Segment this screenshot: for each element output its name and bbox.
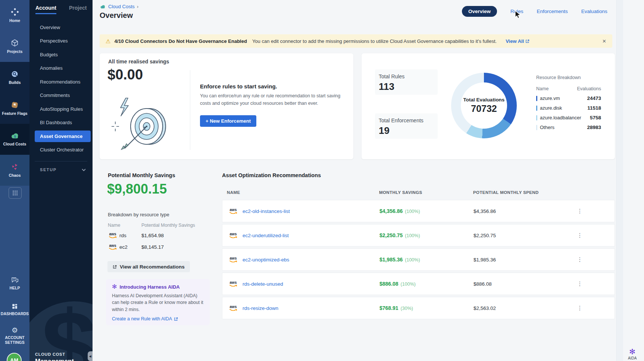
recommendation-link[interactable]: ec2-underutilized-list: [243, 233, 289, 238]
view-all-recommendations-button[interactable]: View all Recommendations: [107, 261, 190, 272]
user-avatar[interactable]: AM: [7, 353, 22, 361]
rail-item-chaos[interactable]: Chaos: [0, 155, 29, 186]
sidebar-collapse-button[interactable]: ◀: [88, 351, 93, 361]
legend-color-bar: [536, 96, 537, 101]
recommendation-link[interactable]: rds-resize-down: [243, 305, 278, 311]
rail-item-feature-flags[interactable]: Feature Flags: [0, 93, 29, 124]
svg-text:$: $: [14, 135, 16, 138]
potential-spend-value: $886.08: [473, 281, 492, 287]
module-switcher-button[interactable]: [9, 187, 22, 199]
svg-text:aws: aws: [109, 232, 116, 236]
aws-icon: aws: [228, 231, 238, 239]
create-rule-with-aida-link[interactable]: Create a new Rule with AIDA: [112, 316, 204, 321]
sidebar-item-commitments[interactable]: Commitments: [29, 89, 93, 103]
scope-tab-account[interactable]: Account: [35, 5, 56, 14]
savings-breakdown-table: Name Potential Monthly Savings awsrds$1,…: [108, 223, 201, 251]
row-menu-button[interactable]: ⋮: [576, 305, 584, 311]
scrollbar-track[interactable]: [616, 0, 623, 361]
warning-icon: ⚠: [106, 38, 110, 44]
row-menu-button[interactable]: ⋮: [576, 208, 584, 214]
close-icon[interactable]: ✕: [602, 38, 606, 44]
new-enforcement-button[interactable]: + New Enforcement: [200, 115, 256, 127]
aida-flower-icon: ✻: [629, 348, 635, 355]
legend-value: 28983: [587, 125, 601, 130]
rail-item-home[interactable]: Home: [0, 0, 29, 31]
sidebar-item-budgets[interactable]: Budgets: [29, 48, 93, 62]
potential-savings-title: Potential Monthly Savings: [108, 172, 175, 178]
potential-savings-value: $9,800.15: [107, 181, 167, 197]
row-menu-button[interactable]: ⋮: [576, 256, 584, 263]
monthly-savings-value: $2,250.75(100%): [379, 232, 420, 238]
recommendation-link[interactable]: ec2-old-instances-list: [243, 208, 290, 214]
tab-rules[interactable]: Rules: [510, 9, 523, 14]
svg-text:aws: aws: [230, 280, 237, 285]
sidebar-item-cluster-orchestrator[interactable]: Cluster Orchestrator: [29, 143, 93, 157]
tab-overview[interactable]: Overview: [462, 6, 497, 17]
potential-spend-value: $2,250.75: [473, 233, 496, 238]
sidebar-item-perspectives[interactable]: Perspectives: [29, 34, 93, 48]
top-navigation: OverviewRulesEnforcementsEvaluations: [462, 6, 607, 17]
recommendation-row: awsec2-old-instances-list$4,356.86(100%)…: [222, 200, 615, 222]
sidebar-item-bi-dashboards[interactable]: BI Dashboards: [29, 116, 93, 130]
legend-row-azure-vm: azure.vm24473: [536, 95, 601, 101]
aws-icon: aws: [108, 243, 118, 251]
grid-icon: [12, 190, 18, 196]
governance-warning-banner: ⚠ 4/10 Cloud Connectors Do Not Have Gove…: [100, 34, 612, 48]
legend-rows: azure.vm24473azure.disk11518azure.loadba…: [536, 95, 601, 130]
monthly-savings-value: $4,356.86(100%): [379, 208, 420, 214]
aida-floating-button[interactable]: ✻ AIDA: [628, 348, 637, 360]
recommendations-title: Asset Optimization Recommendations: [222, 172, 321, 178]
savings-breakdown-row: awsrds$1,654.98: [108, 231, 201, 239]
donut-center: Total Evaluations 70732: [461, 82, 507, 129]
card-divider: [190, 70, 190, 150]
sidebar-item-recommendations[interactable]: Recommendations: [29, 75, 93, 89]
scope-tab-project[interactable]: Project: [69, 5, 87, 14]
rail-item-help[interactable]: ? HELP: [0, 277, 29, 291]
savings-breakdown-row: awsec2$8,145.17: [108, 243, 201, 251]
help-chat-icon: ?: [11, 277, 19, 284]
breakdown-subtitle: Breakdown by resource type: [108, 212, 169, 217]
total-enforcements-tile: Total Enforcements 19: [375, 113, 438, 139]
legend-name: azure.vm: [540, 95, 560, 101]
recommendation-row: awsec2-underutilized-list$2,250.75(100%)…: [222, 224, 615, 247]
sidebar-item-overview[interactable]: Overview: [29, 21, 93, 34]
rail-item-account-settings[interactable]: ⚙ ACCOUNT SETTINGS: [0, 327, 29, 345]
projects-cube-icon: [10, 39, 19, 47]
chevron-down-icon: [82, 169, 86, 171]
feature-flags-icon: [10, 101, 19, 109]
rail-item-cloud-costs[interactable]: $ Cloud Costs: [0, 124, 29, 155]
chaos-icon: [10, 163, 19, 171]
aida-promo-card: ✻ Introducing Harness AIDA Harness AI De…: [106, 279, 210, 325]
sidebar-item-anomalies[interactable]: Anomalies: [29, 62, 93, 75]
legend-color-bar: [536, 106, 537, 111]
breadcrumb-cloud-costs[interactable]: Cloud Costs: [108, 4, 135, 9]
potential-spend-value: $4,356.86: [473, 208, 496, 214]
resource-name: ec2: [119, 244, 128, 250]
tab-enforcements[interactable]: Enforcements: [537, 9, 568, 14]
recommendation-link[interactable]: ec2-unoptimized-ebs: [243, 257, 289, 263]
banner-title: 4/10 Cloud Connectors Do Not Have Govern…: [114, 38, 247, 44]
dashboards-icon: [11, 303, 18, 310]
enforce-cta-title: Enforce rules to start saving.: [200, 83, 277, 90]
total-enforcements-value: 19: [379, 125, 434, 136]
tab-evaluations[interactable]: Evaluations: [581, 9, 607, 14]
svg-text:aws: aws: [230, 256, 237, 260]
row-menu-button[interactable]: ⋮: [576, 280, 584, 287]
cloud-costs-icon: $: [10, 132, 20, 140]
recommendation-row: awsec2-unoptimized-ebs$1,985.36(100%)$1,…: [222, 248, 615, 271]
potential-spend-value: $1,985.36: [473, 257, 496, 263]
rail-item-builds[interactable]: Builds: [0, 62, 29, 93]
rail-item-dashboards[interactable]: DASHBOARDS: [0, 303, 29, 316]
legend-value: 24473: [587, 95, 601, 101]
rail-item-projects[interactable]: Projects: [0, 31, 29, 62]
legend-name: azure.disk: [540, 105, 562, 111]
monthly-savings-column-header: MONTHLY SAVINGS: [379, 190, 422, 195]
recommendations-header-row: NAME MONTHLY SAVINGS POTENTIAL MONTHLY S…: [222, 190, 615, 198]
sidebar-item-asset-governance[interactable]: Asset Governance: [35, 131, 91, 142]
row-menu-button[interactable]: ⋮: [576, 232, 584, 239]
builds-icon: [10, 70, 19, 78]
sidebar-item-autostopping-rules[interactable]: AutoStopping Rules: [29, 102, 93, 116]
view-all-link[interactable]: View All: [506, 38, 529, 44]
setup-section-toggle[interactable]: SETUP: [40, 167, 86, 172]
recommendation-link[interactable]: rds-delete-unused: [243, 281, 283, 287]
